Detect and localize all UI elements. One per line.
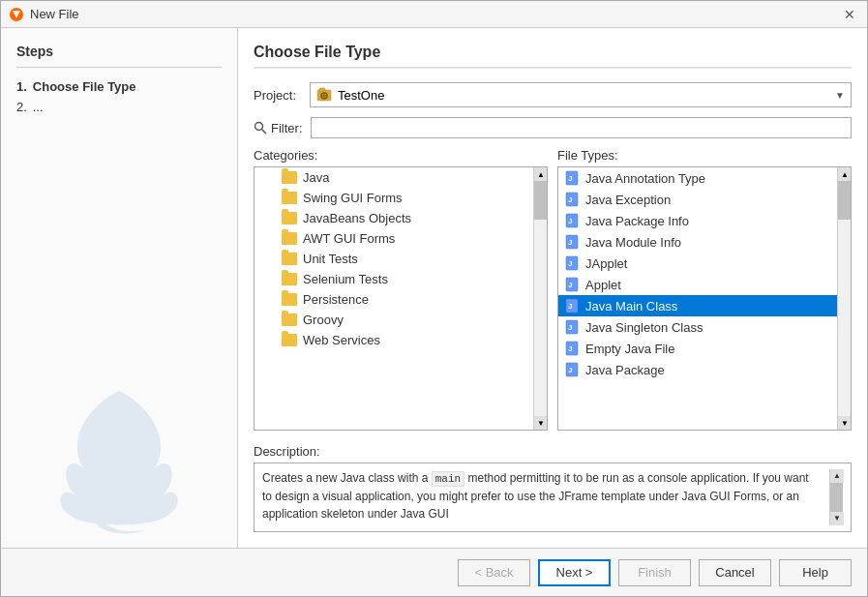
svg-text:J: J bbox=[568, 366, 572, 374]
java-file-icon: J bbox=[564, 319, 580, 335]
finish-button[interactable]: Finish bbox=[618, 559, 691, 586]
app-icon bbox=[9, 7, 24, 22]
svg-text:J: J bbox=[568, 344, 572, 353]
next-button[interactable]: Next > bbox=[538, 559, 611, 586]
filter-input[interactable] bbox=[311, 117, 853, 138]
description-section: Description: Creates a new Java class wi… bbox=[254, 444, 852, 532]
desc-scrollbar[interactable]: ▲ ▼ bbox=[829, 469, 843, 525]
step-1: 1. Choose File Type bbox=[16, 79, 222, 94]
scroll-track[interactable] bbox=[534, 181, 547, 416]
category-label: Web Services bbox=[303, 333, 380, 347]
main-panel: Choose File Type Project: TestO bbox=[238, 28, 867, 548]
filetype-empty[interactable]: J Empty Java File bbox=[558, 338, 837, 359]
java-file-icon: J bbox=[564, 341, 580, 356]
code-main: main bbox=[432, 471, 464, 487]
category-groovy[interactable]: Groovy bbox=[254, 310, 533, 330]
folder-icon bbox=[282, 334, 297, 346]
category-label: Swing GUI Forms bbox=[303, 191, 403, 205]
scroll-thumb[interactable] bbox=[838, 181, 851, 220]
filetype-exception[interactable]: J Java Exception bbox=[558, 189, 837, 210]
filetype-label: Java Package Info bbox=[585, 214, 689, 228]
filetype-label: Java Package bbox=[585, 363, 665, 377]
categories-label: Categories: bbox=[254, 148, 548, 163]
scroll-up-arrow[interactable]: ▲ bbox=[534, 167, 548, 181]
categories-list-wrap: Java Swing GUI Forms JavaBeans Objects bbox=[254, 166, 548, 431]
dialog-title: New File bbox=[30, 7, 79, 21]
description-text: Creates a new Java class with a main met… bbox=[262, 469, 829, 525]
filetype-annotation[interactable]: J Java Annotation Type bbox=[558, 167, 837, 189]
close-button[interactable]: ✕ bbox=[840, 5, 859, 24]
filetype-label: Applet bbox=[585, 278, 621, 292]
categories-section: Categories: Java Swing GUI Form bbox=[254, 148, 548, 431]
filetype-label: JApplet bbox=[585, 256, 627, 271]
scroll-down-arrow[interactable]: ▼ bbox=[830, 512, 844, 525]
folder-icon bbox=[282, 232, 297, 245]
category-label: Unit Tests bbox=[303, 252, 358, 266]
filetype-module-info[interactable]: J Java Module Info bbox=[558, 231, 837, 253]
filetypes-scrollbar[interactable]: ▲ ▼ bbox=[837, 167, 851, 430]
java-file-icon: J bbox=[564, 170, 580, 186]
filter-text: Filter: bbox=[271, 121, 303, 135]
project-value: TestOne bbox=[338, 88, 384, 103]
new-file-dialog: New File ✕ Steps 1. Choose File Type 2. … bbox=[0, 0, 868, 597]
category-swing[interactable]: Swing GUI Forms bbox=[254, 188, 533, 208]
category-web-services[interactable]: Web Services bbox=[254, 330, 533, 350]
category-java[interactable]: Java bbox=[254, 167, 533, 188]
description-box: Creates a new Java class with a main met… bbox=[254, 463, 852, 532]
filetype-main-class[interactable]: J Java Main Class bbox=[558, 295, 837, 316]
content-area: Steps 1. Choose File Type 2. ... Choose … bbox=[1, 28, 867, 548]
scroll-down-arrow[interactable]: ▼ bbox=[534, 416, 548, 430]
svg-text:J: J bbox=[568, 323, 572, 332]
svg-text:J: J bbox=[568, 281, 572, 289]
project-select[interactable]: TestOne ▼ bbox=[310, 82, 852, 107]
java-file-icon: J bbox=[564, 192, 580, 207]
category-persistence[interactable]: Persistence bbox=[254, 289, 533, 310]
filetype-applet[interactable]: J Applet bbox=[558, 274, 837, 295]
project-label: Project: bbox=[254, 88, 302, 103]
title-bar-left: New File bbox=[9, 7, 79, 22]
filetype-package-info[interactable]: J Java Package Info bbox=[558, 210, 837, 231]
category-selenium[interactable]: Selenium Tests bbox=[254, 269, 533, 289]
filetype-label: Java Module Info bbox=[585, 235, 681, 250]
java-file-icon: J bbox=[564, 213, 580, 228]
step-2-number: 2. bbox=[16, 100, 27, 114]
filetype-label: Java Singleton Class bbox=[585, 320, 703, 335]
scroll-down-arrow[interactable]: ▼ bbox=[838, 416, 852, 430]
scroll-thumb[interactable] bbox=[534, 181, 547, 220]
scroll-up-arrow[interactable]: ▲ bbox=[830, 469, 844, 483]
svg-text:J: J bbox=[568, 174, 572, 183]
search-icon bbox=[254, 121, 267, 134]
scroll-thumb[interactable] bbox=[830, 483, 843, 512]
filetypes-section: File Types: J Java Annotation Type bbox=[557, 148, 852, 431]
svg-text:J: J bbox=[568, 195, 572, 204]
step-2-label: ... bbox=[33, 100, 44, 114]
project-select-value: TestOne bbox=[316, 87, 384, 103]
step-2: 2. ... bbox=[16, 100, 222, 114]
scroll-up-arrow[interactable]: ▲ bbox=[838, 167, 852, 181]
sidebar: Steps 1. Choose File Type 2. ... bbox=[1, 28, 238, 548]
scroll-track[interactable] bbox=[838, 181, 851, 416]
scroll-track[interactable] bbox=[830, 483, 843, 512]
help-button[interactable]: Help bbox=[779, 559, 852, 586]
project-row: Project: TestOne ▼ bbox=[254, 82, 852, 107]
filetype-singleton[interactable]: J Java Singleton Class bbox=[558, 316, 837, 338]
filetype-label: Java Exception bbox=[585, 193, 671, 207]
category-label: Selenium Tests bbox=[303, 272, 388, 286]
filetype-package[interactable]: J Java Package bbox=[558, 359, 837, 380]
back-button[interactable]: < Back bbox=[458, 559, 530, 586]
category-label: JavaBeans Objects bbox=[303, 211, 411, 225]
category-label: Persistence bbox=[303, 292, 369, 307]
category-awt[interactable]: AWT GUI Forms bbox=[254, 228, 533, 249]
categories-scrollbar[interactable]: ▲ ▼ bbox=[533, 167, 547, 430]
project-dropdown-arrow: ▼ bbox=[835, 90, 845, 101]
category-javabeans[interactable]: JavaBeans Objects bbox=[254, 208, 533, 228]
java-file-icon: J bbox=[564, 298, 580, 313]
filter-label: Filter: bbox=[254, 121, 303, 135]
filetype-japplet[interactable]: J JApplet bbox=[558, 253, 837, 274]
project-icon bbox=[316, 87, 332, 103]
cancel-button[interactable]: Cancel bbox=[699, 559, 771, 586]
folder-icon bbox=[282, 313, 297, 326]
lists-row: Categories: Java Swing GUI Form bbox=[254, 148, 852, 431]
category-unit-tests[interactable]: Unit Tests bbox=[254, 249, 533, 269]
folder-icon bbox=[282, 293, 297, 306]
